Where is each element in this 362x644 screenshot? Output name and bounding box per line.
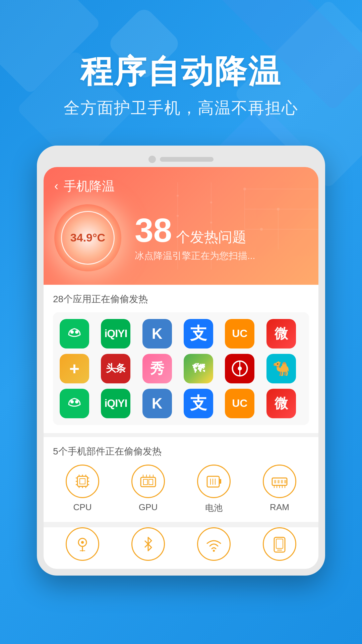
component-cpu: CPU [53,465,112,514]
wifi-icon [197,527,231,561]
svg-rect-22 [77,476,87,486]
svg-point-59 [81,541,84,544]
main-title: 程序自动降温 [0,54,362,89]
gpu-icon [131,465,165,498]
app-icon-weibo2[interactable]: 微 [266,389,296,418]
svg-rect-38 [149,479,153,485]
component-ram: RAM [250,465,309,514]
app-icon-health[interactable]: + [60,354,89,383]
app-icon-xiu[interactable]: 秀 [142,354,172,383]
app-icon-netease[interactable] [225,354,254,383]
svg-point-62 [213,550,215,552]
temperature-display: 34.9°C [54,204,121,271]
svg-point-7 [260,228,263,230]
app-section-label: 28个应用正在偷偷发热 [53,293,309,306]
svg-point-10 [210,201,212,203]
temperature-value: 34.9°C [70,231,105,244]
sub-title: 全方面护卫手机，高温不再担心 [0,97,362,119]
header-section: 程序自动降温 全方面护卫手机，高温不再担心 [0,0,362,119]
app-icon-kuwo2[interactable]: K [142,389,172,418]
ram-icon [263,465,296,498]
svg-rect-49 [274,480,276,483]
phone-mockup: ‹ 手机降温 34.9°C 38 个发热问题 冰点降温引擎正在为您扫描 [37,146,325,576]
app-icon-toutiao[interactable]: 头条 [101,354,130,383]
gpu-label: GPU [139,502,158,513]
app-icon-weibo[interactable]: 微 [266,319,296,348]
phone-camera [148,156,156,163]
app-icon-iqiyi2[interactable]: iQIYI [101,389,130,418]
svg-point-16 [75,330,78,334]
bottom-icons-row [44,527,318,569]
app-icon-iqiyi[interactable]: iQIYI [101,319,130,348]
svg-rect-51 [281,480,283,483]
app-icon-alipay2[interactable]: 支 [184,389,213,418]
app-list-section: 28个应用正在偷偷发热 iQIYI K 支 [44,285,318,433]
svg-rect-50 [278,480,280,483]
component-battery: 电池 [184,465,243,514]
app-icon-camel[interactable]: 🐪 [266,354,296,383]
phone-screen: ‹ 手机降温 34.9°C 38 个发热问题 冰点降温引擎正在为您扫描 [44,167,318,569]
cpu-icon [66,465,99,498]
component-screen [250,527,309,561]
phone-speaker [160,157,214,162]
app-icon-uc2[interactable]: UC [225,389,254,418]
cpu-label: CPU [73,502,92,513]
page-content: 程序自动降温 全方面护卫手机，高温不再担心 [0,0,362,576]
svg-rect-37 [143,479,147,485]
components-section: 5个手机部件正在偷偷发热 [44,437,318,522]
battery-icon [197,465,231,498]
app-icon-uc[interactable]: UC [225,319,254,348]
svg-point-21 [75,400,78,404]
app-icon-kuwo[interactable]: K [142,319,172,348]
svg-point-20 [70,400,74,404]
app-icon-wechat[interactable] [60,319,89,348]
phone-top [44,156,318,163]
svg-point-14 [177,215,179,217]
component-wifi [184,527,243,561]
ram-label: RAM [270,502,289,513]
screen-icon [263,527,296,561]
svg-rect-23 [80,479,85,484]
app-header: ‹ 手机降温 34.9°C 38 个发热问题 冰点降温引擎正在为您扫描 [44,167,318,285]
component-bluetooth [119,527,178,561]
svg-rect-65 [276,539,283,548]
svg-point-12 [210,241,212,244]
svg-point-11 [210,221,212,223]
component-section-label: 5个手机部件正在偷偷发热 [53,445,309,458]
app-icon-maps[interactable]: 🗺 [184,354,213,383]
svg-rect-52 [284,480,286,483]
app-icon-wechat2[interactable] [60,389,89,418]
svg-point-15 [70,330,74,334]
svg-rect-36 [141,477,156,487]
app-icon-alipay[interactable]: 支 [184,319,213,348]
component-location [53,527,112,561]
bluetooth-icon [131,527,165,561]
app-grid: iQIYI K 支 UC 微 + [53,312,309,425]
battery-label: 电池 [205,502,223,514]
component-grid: CPU [53,465,309,514]
svg-point-13 [177,195,179,197]
location-icon [66,527,99,561]
svg-rect-44 [219,479,221,484]
component-gpu: GPU [119,465,178,514]
